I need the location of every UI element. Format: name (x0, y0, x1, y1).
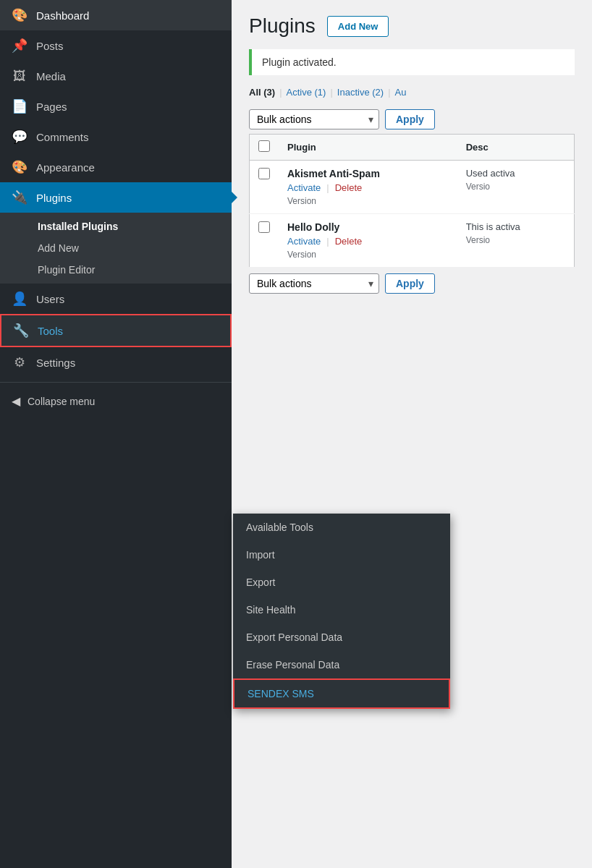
submenu-installed-plugins[interactable]: Installed Plugins (0, 216, 232, 237)
table-header-row: Plugin Desc (250, 135, 575, 161)
filter-active[interactable]: Active (1) (287, 87, 326, 98)
tools-dropdown-item-available-tools[interactable]: Available Tools (233, 514, 450, 541)
akismet-activate-link[interactable]: Activate (287, 182, 321, 193)
sidebar-item-label: Plugins (36, 192, 72, 204)
hello-dolly-name: Hello Dolly (287, 221, 449, 233)
sidebar-separator (0, 382, 232, 383)
sidebar-item-label: Comments (36, 131, 89, 143)
hello-dolly-desc: This is activa (466, 221, 565, 232)
desc-column-header: Desc (457, 135, 575, 161)
media-icon: 🖼 (12, 68, 28, 84)
top-bulk-action-bar: Bulk actions Activate Deactivate Delete … (249, 105, 575, 134)
submenu-plugin-editor[interactable]: Plugin Editor (0, 259, 232, 281)
top-apply-button[interactable]: Apply (385, 109, 435, 129)
sidebar-item-media[interactable]: 🖼 Media (0, 61, 232, 91)
page-header: Plugins Add New (249, 14, 575, 38)
filter-all[interactable]: All (3) (249, 87, 275, 98)
table-row: Hello Dolly Activate | Delete Version Th… (250, 214, 575, 268)
akismet-checkbox[interactable] (258, 168, 270, 179)
sidebar-arrow (227, 187, 237, 208)
filter-links: All (3) | Active (1) | Inactive (2) | Au (249, 87, 575, 98)
plugin-column-header: Plugin (279, 135, 457, 161)
comments-icon: 💬 (12, 129, 28, 145)
users-icon: 👤 (12, 291, 28, 307)
checkbox-header (250, 135, 279, 161)
sidebar-item-comments[interactable]: 💬 Comments (0, 122, 232, 152)
collapse-label: Collapse menu (28, 396, 95, 407)
page-title: Plugins (249, 14, 316, 38)
table-row: Akismet Anti-Spam Activate | Delete Vers… (250, 161, 575, 214)
tools-dropdown-item-import[interactable]: Import (233, 541, 450, 569)
hello-dolly-desc-cell: This is activa Versio (457, 214, 575, 268)
bottom-bulk-action-bar: Bulk actions Activate Deactivate Delete … (249, 268, 575, 299)
sidebar-item-label: Tools (38, 325, 63, 337)
sidebar-item-users[interactable]: 👤 Users (0, 284, 232, 314)
tools-dropdown-item-site-health[interactable]: Site Health (233, 596, 450, 624)
notice-success: Plugin activated. (249, 49, 575, 75)
hello-dolly-version: Version (287, 250, 449, 260)
sidebar-item-label: Appearance (36, 161, 95, 174)
tools-icon: 🔧 (13, 323, 29, 339)
hello-dolly-checkbox[interactable] (258, 221, 270, 233)
sidebar-item-appearance[interactable]: 🎨 Appearance (0, 152, 232, 182)
akismet-name: Akismet Anti-Spam (287, 168, 449, 179)
akismet-desc-cell: Used activa Versio (457, 161, 575, 214)
hello-dolly-actions: Activate | Delete (287, 236, 449, 247)
settings-icon: ⚙ (12, 354, 28, 370)
row-checkbox-cell (250, 161, 279, 214)
row-checkbox-cell (250, 214, 279, 268)
sidebar-item-dashboard[interactable]: 🎨 Dashboard (0, 0, 232, 30)
sidebar-item-label: Media (36, 70, 66, 82)
tools-dropdown-item-erase-personal-data[interactable]: Erase Personal Data (233, 651, 450, 678)
sidebar-item-posts[interactable]: 📌 Posts (0, 30, 232, 61)
sidebar-item-label: Settings (36, 357, 75, 369)
akismet-actions: Activate | Delete (287, 182, 449, 193)
notice-text: Plugin activated. (262, 56, 337, 68)
collapse-icon: ◀ (12, 394, 20, 408)
hello-dolly-desc-version: Versio (466, 235, 565, 245)
filter-inactive[interactable]: Inactive (2) (337, 87, 384, 98)
sidebar-item-label: Users (36, 293, 64, 305)
sidebar-item-plugins[interactable]: 🔌 Plugins (0, 182, 232, 213)
tools-dropdown-item-export[interactable]: Export (233, 569, 450, 596)
tools-dropdown-item-sendex-sms[interactable]: SENDEX SMS (233, 678, 450, 709)
plugins-icon: 🔌 (12, 190, 28, 205)
hello-dolly-delete-link[interactable]: Delete (335, 236, 363, 247)
bottom-bulk-select-wrap: Bulk actions Activate Deactivate Delete … (249, 273, 379, 294)
hello-dolly-plugin-cell: Hello Dolly Activate | Delete Version (279, 214, 457, 268)
bottom-apply-button[interactable]: Apply (385, 273, 435, 294)
bulk-select-wrap: Bulk actions Activate Deactivate Delete … (249, 109, 379, 129)
bulk-actions-select[interactable]: Bulk actions Activate Deactivate Delete … (249, 109, 379, 129)
tools-dropdown: Available Tools Import Export Site Healt… (233, 514, 450, 709)
akismet-version: Version (287, 196, 449, 206)
pages-icon: 📄 (12, 98, 28, 114)
collapse-menu[interactable]: ◀ Collapse menu (0, 387, 232, 415)
plugins-table: Plugin Desc Akismet Anti-Spam Activate |… (249, 134, 575, 268)
sidebar: 🎨 Dashboard 📌 Posts 🖼 Media 📄 Pages 💬 Co… (0, 0, 232, 868)
akismet-desc: Used activa (466, 168, 565, 179)
akismet-plugin-cell: Akismet Anti-Spam Activate | Delete Vers… (279, 161, 457, 214)
filter-auto[interactable]: Au (395, 87, 407, 98)
submenu-add-new[interactable]: Add New (0, 237, 232, 259)
dashboard-icon: 🎨 (12, 7, 28, 23)
sidebar-item-label: Posts (36, 40, 64, 52)
akismet-desc-version: Versio (466, 182, 565, 192)
sidebar-item-label: Pages (36, 101, 67, 113)
sidebar-item-settings[interactable]: ⚙ Settings (0, 347, 232, 378)
bottom-bulk-actions-select[interactable]: Bulk actions Activate Deactivate Delete (249, 273, 379, 294)
hello-dolly-activate-link[interactable]: Activate (287, 236, 321, 247)
sidebar-item-label: Dashboard (36, 9, 89, 22)
sidebar-item-tools[interactable]: 🔧 Tools (0, 314, 232, 347)
select-all-checkbox[interactable] (258, 140, 270, 152)
plugins-submenu: Installed Plugins Add New Plugin Editor (0, 213, 232, 284)
akismet-delete-link[interactable]: Delete (335, 182, 363, 193)
add-new-button[interactable]: Add New (327, 16, 389, 37)
main-content: Plugins Add New Plugin activated. All (3… (232, 0, 592, 868)
posts-icon: 📌 (12, 38, 28, 54)
tools-dropdown-item-export-personal-data[interactable]: Export Personal Data (233, 624, 450, 651)
sidebar-item-pages[interactable]: 📄 Pages (0, 91, 232, 122)
appearance-icon: 🎨 (12, 159, 28, 175)
